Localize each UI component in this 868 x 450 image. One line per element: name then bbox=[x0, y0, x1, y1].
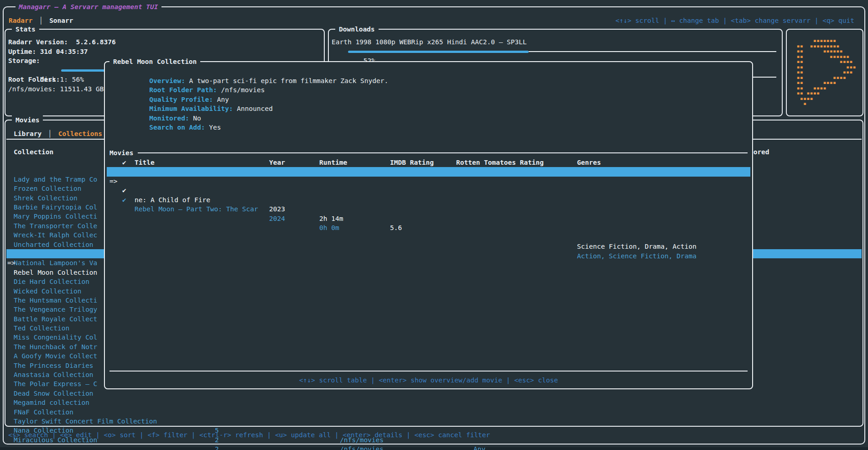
modal-field-row: Monitored: No bbox=[109, 104, 388, 114]
header-genres: Genres bbox=[577, 158, 601, 167]
download-progress-bar bbox=[348, 51, 776, 53]
monitored-check-icon: ✔ bbox=[122, 195, 126, 205]
movie-row[interactable]: => ✔ ne: A Child of Fire 2023 2h 14m 5.6… bbox=[107, 167, 750, 177]
logo-panel: ▪▪▪▪▪▪▪ ▪▪ ▪▪▪▪▪▪▪▪▪ ▪▪ ▪▪▪▪▪▪ ▪▪ ▪▪▪▪▪▪… bbox=[786, 29, 863, 116]
collection-row[interactable]: Nana Collection 2 /nfs/movies Any Yes bbox=[6, 408, 862, 417]
app-title-text: Managarr – A Servarr management TUI bbox=[16, 3, 161, 10]
modal-movies-title-rule bbox=[138, 152, 748, 153]
modal-movies-table-header: ✔ Title Year Runtime IMDB Rating Rotten … bbox=[111, 158, 746, 167]
radarr-version: Radarr Version: 5.2.6.8376 bbox=[8, 37, 321, 47]
collection-row[interactable]: Taylor Swift Concert Film Collection 5 /… bbox=[6, 398, 862, 407]
movie-genres: Science Fiction, Drama, Action bbox=[577, 242, 696, 251]
modal-field-row: Minimum Availability: Announced bbox=[109, 95, 388, 105]
movie-runtime: 0h 0m bbox=[319, 223, 339, 233]
download-progress-fill bbox=[348, 51, 529, 53]
header-year: Year bbox=[269, 158, 285, 167]
modal-field-row: Root Folder Path: /nfs/movies bbox=[109, 76, 388, 86]
movie-year: 2024 bbox=[269, 214, 285, 224]
movie-title: Rebel Moon – Part Two: The Scar bbox=[135, 204, 258, 214]
modal-title: Rebel Moon Collection bbox=[109, 57, 200, 66]
managarr-screen: Managarr – A Servarr management TUI Rada… bbox=[0, 0, 868, 450]
tab-library[interactable]: Library bbox=[14, 130, 42, 137]
collection-movie-count: 2 bbox=[215, 445, 219, 450]
modal-footer-keybinds: <↑↓> scroll table | <enter> show overvie… bbox=[105, 376, 752, 385]
top-keybinds: <↑↓> scroll | ↔ change tab | <tab> chang… bbox=[615, 16, 854, 25]
modal-movies-rows: => ✔ ne: A Child of Fire 2023 2h 14m 5.6… bbox=[107, 167, 750, 186]
tab-radarr[interactable]: Radarr bbox=[9, 17, 32, 24]
movie-genres: Action, Science Fiction, Drama bbox=[577, 251, 696, 261]
tab-collections[interactable]: Collections bbox=[58, 130, 102, 137]
stats-panel-title: Stats bbox=[12, 25, 39, 34]
collection-row[interactable]: FNaF Collection bbox=[6, 389, 862, 398]
field-value: Yes bbox=[205, 124, 221, 131]
movie-runtime: 2h 14m bbox=[319, 214, 343, 224]
modal-fields: Overview: A two-part sci-fi epic from fi… bbox=[109, 67, 388, 123]
movie-year: 2023 bbox=[269, 204, 285, 214]
collection-quality-profile: Any bbox=[473, 445, 485, 450]
downloads-body: Earth 1998 1080p WEBRip x265 Hindi AAC2.… bbox=[332, 37, 779, 56]
download-item-progress-row: 52% bbox=[332, 47, 779, 57]
collection-details-modal: Rebel Moon Collection Overview: A two-pa… bbox=[104, 61, 753, 389]
tab-sonarr[interactable]: Sonarr bbox=[49, 17, 73, 24]
modal-field-row: Quality Profile: Any bbox=[109, 85, 388, 95]
collection-root-folder: /nfs/movies bbox=[340, 445, 384, 450]
download-item-name: Earth 1998 1080p WEBRip x265 Hindi AAC2.… bbox=[332, 37, 779, 47]
movies-panel-title: Movies bbox=[12, 115, 43, 125]
movie-imdb-rating: 5.6 bbox=[390, 223, 402, 233]
movie-row[interactable]: ✔ Rebel Moon – Part Two: The Scar 2024 0… bbox=[107, 177, 750, 186]
modal-footer-divider bbox=[109, 371, 748, 372]
tab-separator: │ bbox=[32, 17, 49, 24]
download-progress-rest bbox=[529, 51, 776, 52]
collection-row[interactable]: Miraculous Collection 2 /nfs/movies Any … bbox=[6, 417, 862, 426]
uptime: Uptime: 31d 04:35:37 bbox=[8, 47, 321, 57]
movies-tab-separator-1: │ bbox=[42, 130, 58, 137]
modal-field-row: Search on Add: Yes bbox=[109, 114, 388, 123]
header-imdb-rating: IMDB Rating bbox=[390, 158, 434, 167]
header-runtime: Runtime bbox=[319, 158, 347, 167]
radarr-logo-icon: ▪▪▪▪▪▪▪ ▪▪ ▪▪▪▪▪▪▪▪▪ ▪▪ ▪▪▪▪▪▪ ▪▪ ▪▪▪▪▪▪… bbox=[793, 38, 856, 107]
movies-tabs: Library│Collections│ bbox=[14, 129, 119, 138]
modal-field-row: Overview: A two-part sci-fi epic from fi… bbox=[109, 67, 388, 76]
modal-movies-title: Movies bbox=[109, 148, 138, 157]
header-check-icon: ✔ bbox=[122, 158, 126, 167]
downloads-panel-title: Downloads bbox=[335, 25, 379, 34]
help-bar-keybinds: <s> search | <e> edit | <o> sort | <f> f… bbox=[8, 430, 490, 440]
header-rotten-tomatoes-rating: Rotten Tomatoes Rating bbox=[456, 158, 544, 167]
field-label: Search on Add: bbox=[149, 124, 205, 131]
header-title: Title bbox=[135, 158, 155, 167]
modal-movies-section: Movies bbox=[109, 148, 748, 157]
app-title: Managarr – A Servarr management TUI bbox=[16, 2, 161, 11]
bottom-strip bbox=[0, 447, 868, 450]
servarr-tabs: Radarr│Sonarr bbox=[9, 16, 73, 25]
header-collection: Collection bbox=[14, 147, 53, 157]
